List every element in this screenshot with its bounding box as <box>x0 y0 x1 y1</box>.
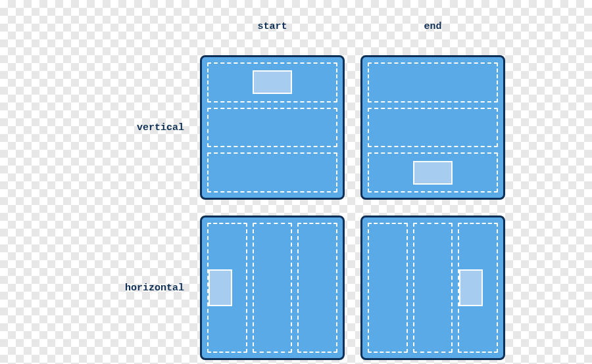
marker <box>413 161 453 185</box>
slot <box>368 62 498 102</box>
marker <box>459 269 483 306</box>
alignment-diagram-grid: start end vertical horizontal <box>92 13 505 360</box>
slot <box>368 108 498 148</box>
slot <box>207 108 337 148</box>
slot <box>207 152 337 193</box>
slot <box>368 223 408 353</box>
column-header-end: end <box>424 21 441 32</box>
row-header-horizontal: horizontal <box>125 283 184 294</box>
slot <box>207 62 337 102</box>
slot <box>207 223 247 353</box>
row-header-vertical: vertical <box>137 122 184 133</box>
panel-vertical-start <box>200 55 345 200</box>
slot <box>368 152 498 193</box>
panel-horizontal-start <box>200 216 345 360</box>
marker <box>253 70 292 94</box>
panel-vertical-end <box>360 55 505 200</box>
column-header-start: start <box>257 21 287 32</box>
slot <box>413 223 453 353</box>
slot <box>297 223 337 353</box>
panel-horizontal-end <box>360 216 505 360</box>
slot <box>253 223 293 353</box>
marker <box>209 269 232 306</box>
slot <box>458 223 498 353</box>
